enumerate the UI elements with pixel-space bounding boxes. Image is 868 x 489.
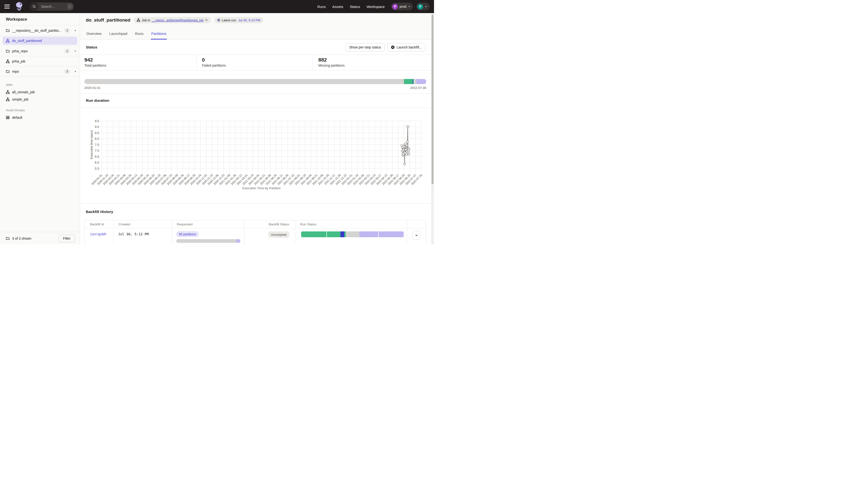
- sidebar-item-prha-repo[interactable]: prha_repo 1 ▾: [0, 46, 80, 56]
- requested-partitions-badge[interactable]: 60 partitions: [176, 231, 199, 237]
- repo-count-badge: 3: [64, 69, 70, 74]
- chevron-down-icon: [425, 5, 427, 8]
- search-input[interactable]: Search... /: [30, 2, 74, 11]
- svg-text:7.0: 7.0: [95, 149, 99, 153]
- partition-status-bar[interactable]: [84, 79, 426, 84]
- col-requested: Requested: [172, 220, 244, 228]
- refresh-icon[interactable]: ⟳: [205, 18, 208, 22]
- sidebar-item-label: __repository__do_stuff_partitio...: [12, 29, 62, 32]
- table-header-row: Backfill Id Created Requested Backfill S…: [85, 220, 426, 228]
- stat-missing-partitions: 882 Missing partitions: [313, 55, 431, 70]
- partition-range-start: 2020-01-01: [84, 86, 101, 90]
- sidebar-title: Workspace: [0, 13, 80, 25]
- hamburger-menu-icon[interactable]: [4, 5, 10, 8]
- tab-partitions[interactable]: Partitions: [151, 29, 167, 39]
- top-nav: Runs Assets Status Workspace: [317, 5, 385, 9]
- chevron-down-icon[interactable]: ▾: [75, 50, 76, 52]
- asset-group-label: default: [12, 116, 22, 120]
- backfill-id-link[interactable]: jozrgsbh: [90, 232, 106, 236]
- search-shortcut-key: /: [67, 4, 72, 9]
- chevron-down-icon: [408, 5, 410, 8]
- latest-run-link[interactable]: Jul 30, 5:14 PM: [238, 19, 260, 22]
- sidebar-item-prha-job[interactable]: prha_job: [0, 56, 80, 66]
- run-duration-chart-area: 2020-01-012020-01-182020-02-042020-02-21…: [80, 108, 431, 203]
- page-title: do_stuff_partitioned: [86, 18, 130, 23]
- nav-workspace[interactable]: Workspace: [367, 5, 385, 9]
- chevron-down-icon[interactable]: ▾: [75, 29, 76, 32]
- sidebar-asset-group-default[interactable]: default: [0, 114, 80, 121]
- sidebar-job-all-cereals[interactable]: all_cereals_job: [0, 89, 80, 96]
- sidebar-item-do-stuff-partitioned[interactable]: do_stuff_partitioned: [2, 37, 78, 45]
- show-per-step-status-button[interactable]: Show per-step status: [345, 43, 385, 52]
- svg-text:5.5: 5.5: [95, 167, 99, 170]
- page-scrollbar: [431, 13, 434, 244]
- dagster-logo-icon[interactable]: [15, 2, 23, 11]
- col-backfill-status: Backfill Status: [244, 220, 295, 228]
- latest-run-pill: Latest run: Jul 30, 5:14 PM: [214, 17, 263, 23]
- run-status-dot: [217, 19, 220, 22]
- partition-status-band: 2020-01-01 2022-07-30: [80, 70, 431, 94]
- table-row: jozrgsbh Jul 30, 5:12 PM 60 partitions 2…: [85, 228, 426, 244]
- nav-status[interactable]: Status: [350, 5, 360, 9]
- col-run-status: Run Status: [295, 220, 407, 228]
- jobs-section-title: Jobs: [6, 83, 80, 87]
- sidebar-job-simple-job[interactable]: simple_job: [0, 96, 80, 103]
- launch-backfill-button[interactable]: Launch backfill...: [387, 43, 426, 52]
- deployment-switcher[interactable]: P prod: [391, 3, 413, 10]
- sidebar-item-repo[interactable]: repo 3 ▾: [0, 66, 80, 76]
- nav-runs[interactable]: Runs: [317, 5, 326, 9]
- status-title: Status: [86, 45, 97, 50]
- job-in-prefix: Job in: [142, 19, 150, 22]
- status-section-header: Status Show per-step status Launch backf…: [80, 40, 431, 55]
- folder-icon: [6, 29, 10, 32]
- job-origin-pill: Job in __reposi...artitioned@partitioned…: [134, 17, 211, 23]
- stat-total-partitions: 942 Total partitions: [80, 55, 196, 70]
- folder-icon: [6, 49, 10, 53]
- folder-icon: [6, 236, 10, 240]
- folder-icon: [6, 70, 10, 73]
- svg-text:9.5: 9.5: [95, 119, 99, 123]
- asset-group-icon: [6, 116, 10, 120]
- search-icon: [30, 2, 39, 11]
- col-created: Created: [114, 220, 172, 228]
- row-expand-button[interactable]: [412, 231, 421, 240]
- repo-count-badge: 1: [64, 49, 70, 54]
- deployment-label: prod: [400, 5, 406, 8]
- sidebar-item-label: repo: [12, 70, 19, 73]
- job-header: do_stuff_partitioned Job in __reposi...a…: [80, 13, 431, 40]
- latest-run-label: Latest run:: [222, 19, 237, 22]
- partition-range-end: 2022-07-30: [410, 86, 427, 90]
- backfill-history-table: Backfill Id Created Requested Backfill S…: [84, 220, 426, 244]
- tab-overview[interactable]: Overview: [86, 29, 102, 39]
- tab-bar: Overview Launchpad Runs Partitions: [86, 29, 425, 39]
- user-avatar: P: [417, 4, 423, 9]
- svg-text:8.0: 8.0: [95, 137, 99, 140]
- svg-text:6.0: 6.0: [95, 161, 99, 164]
- svg-text:Execution Time by Partition: Execution Time by Partition: [243, 186, 281, 190]
- tab-launchpad[interactable]: Launchpad: [109, 29, 128, 39]
- job-icon: [6, 39, 10, 43]
- run-status-bar[interactable]: [301, 231, 404, 237]
- col-actions: [407, 220, 426, 228]
- nav-assets[interactable]: Assets: [333, 5, 343, 9]
- requested-range-bar: [176, 239, 240, 243]
- svg-text:6.5: 6.5: [95, 155, 99, 159]
- job-label: simple_job: [12, 97, 28, 101]
- filter-button[interactable]: Filter: [59, 234, 75, 242]
- sidebar-item-label: prha_job: [12, 59, 26, 63]
- backfill-created: Jul 30, 5:12 PM: [114, 228, 172, 244]
- job-origin-link[interactable]: __reposi...artitioned@partitioned_job: [152, 19, 204, 22]
- plus-circle-icon: [391, 45, 395, 49]
- deployment-avatar: P: [392, 4, 398, 9]
- sidebar-item-repository-do-stuff[interactable]: __repository__do_stuff_partitio... 1 ▾: [0, 26, 80, 36]
- run-duration-header: Run duration: [80, 94, 431, 108]
- job-label: all_cereals_job: [12, 90, 35, 94]
- sidebar-item-label: prha_repo: [12, 49, 28, 53]
- backfill-status-badge: Incomplete: [269, 231, 289, 238]
- user-menu[interactable]: P: [416, 3, 430, 10]
- job-icon: [137, 19, 140, 22]
- scrollbar-thumb[interactable]: [432, 14, 434, 184]
- tab-runs[interactable]: Runs: [134, 29, 144, 39]
- repo-count-badge: 1: [64, 28, 70, 33]
- chevron-down-icon[interactable]: ▾: [75, 70, 76, 73]
